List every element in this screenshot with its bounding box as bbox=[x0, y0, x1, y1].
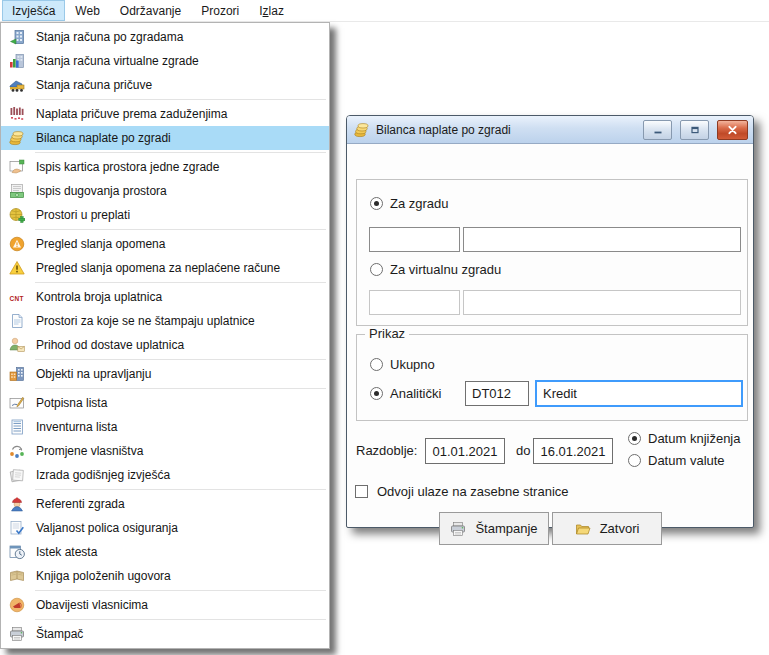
menu-item-label: Obavijesti vlasnicima bbox=[36, 598, 148, 612]
datum-valute-radio[interactable] bbox=[628, 454, 641, 467]
minimize-button[interactable] bbox=[643, 120, 672, 140]
menu-item[interactable]: Stanja računa pričuve bbox=[1, 73, 329, 97]
menu-item-label: Inventurna lista bbox=[36, 420, 117, 434]
datum-valute-label: Datum valute bbox=[648, 453, 725, 468]
coins-icon bbox=[354, 122, 370, 138]
signature-icon bbox=[9, 395, 25, 411]
menubar-item-odravanje[interactable]: Održavanje bbox=[110, 0, 191, 21]
menu-item-label: Ispis dugovanja prostora bbox=[36, 184, 167, 198]
menubar: IzvješćaWebOdržavanjeProzoriIzlaz bbox=[0, 0, 769, 22]
za-zgradu-radio[interactable] bbox=[370, 197, 383, 210]
close-dialog-button[interactable]: Zatvori bbox=[552, 512, 662, 545]
menu-item[interactable]: Objekti na upravljanju bbox=[1, 362, 329, 386]
menubar-item-izvjea[interactable]: Izvješća bbox=[2, 0, 65, 21]
virtual-code-field[interactable] bbox=[369, 290, 460, 315]
separate-pages-checkbox[interactable] bbox=[355, 485, 368, 498]
menubar-item-web[interactable]: Web bbox=[65, 0, 109, 21]
menu-item-label: Izrada godišnjeg izvješća bbox=[36, 468, 170, 482]
menu-separator bbox=[35, 229, 326, 230]
menu-item-label: Prihod od dostave uplatnica bbox=[36, 338, 184, 352]
menu-item[interactable]: Prihod od dostave uplatnica bbox=[1, 333, 329, 357]
menu-item[interactable]: Bilanca naplate po zgradi bbox=[1, 126, 329, 150]
building-name-field[interactable] bbox=[463, 227, 741, 252]
account-name-field[interactable]: Kredit bbox=[535, 380, 743, 407]
menu-item-label: Istek atesta bbox=[36, 545, 97, 559]
menu-separator bbox=[35, 282, 326, 283]
warning-triangle-icon bbox=[9, 260, 25, 276]
building-code-field[interactable] bbox=[369, 227, 460, 252]
menu-separator bbox=[35, 152, 326, 153]
folder-open-icon bbox=[575, 521, 591, 537]
menu-item-label: Ispis kartica prostora jedne zgrade bbox=[36, 160, 219, 174]
menu-item[interactable]: Inventurna lista bbox=[1, 415, 329, 439]
period-from-field[interactable]: 01.01.2021 bbox=[425, 438, 505, 464]
papers-icon bbox=[9, 467, 25, 483]
menubar-item-prozori[interactable]: Prozori bbox=[191, 0, 249, 21]
menu-item[interactable]: Istek atesta bbox=[1, 540, 329, 564]
menu-item[interactable]: Potpisna lista bbox=[1, 391, 329, 415]
analiticki-label: Analitički bbox=[390, 386, 441, 401]
account-code-field[interactable]: DT012 bbox=[465, 381, 529, 406]
menu-item[interactable]: Pregled slanja opomena bbox=[1, 232, 329, 256]
menu-item[interactable]: CNTKontrola broja uplatnica bbox=[1, 285, 329, 309]
za-virtualnu-zgradu-radio[interactable] bbox=[370, 263, 383, 276]
menu-item[interactable]: Valjanost polica osiguranja bbox=[1, 516, 329, 540]
menu-separator bbox=[35, 99, 326, 100]
printer-icon bbox=[450, 521, 466, 537]
buildings-icon bbox=[9, 366, 25, 382]
menu-item-label: Prostori za koje se ne štampaju uplatnic… bbox=[36, 314, 255, 328]
menu-item-label: Objekti na upravljanju bbox=[36, 367, 151, 381]
inventory-icon bbox=[9, 419, 25, 435]
menu-item-label: Referenti zgrada bbox=[36, 497, 125, 511]
period-to-field[interactable]: 16.01.2021 bbox=[533, 438, 613, 464]
menubar-item-izlaz[interactable]: Izlaz bbox=[249, 0, 294, 21]
menu-item[interactable]: Izrada godišnjeg izvješća bbox=[1, 463, 329, 487]
menu-item[interactable]: Prostori za koje se ne štampaju uplatnic… bbox=[1, 309, 329, 333]
coins-icon bbox=[9, 130, 25, 146]
dialog-titlebar: Bilanca naplate po zgradi bbox=[347, 116, 753, 144]
menu-item[interactable]: Stanja računa po zgradama bbox=[1, 25, 329, 49]
menu-item[interactable]: Naplata pričuve prema zaduženjima bbox=[1, 102, 329, 126]
menu-separator bbox=[35, 489, 326, 490]
za-zgradu-label: Za zgradu bbox=[390, 196, 449, 211]
menu-item[interactable]: Stanja računa virtualne zgrade bbox=[1, 49, 329, 73]
ukupno-radio[interactable] bbox=[370, 358, 383, 371]
menu-item-label: Stanja računa pričuve bbox=[36, 78, 152, 92]
datum-knjizenja-radio[interactable] bbox=[628, 432, 641, 445]
virtual-name-field[interactable] bbox=[463, 290, 741, 315]
document-icon bbox=[9, 313, 25, 329]
menu-item-label: Promjene vlasništva bbox=[36, 444, 143, 458]
menu-item-label: Kontrola broja uplatnica bbox=[36, 290, 162, 304]
menu-item[interactable]: Referenti zgrada bbox=[1, 492, 329, 516]
truck-icon bbox=[9, 77, 25, 93]
menu-item[interactable]: Knjiga položenih ugovora bbox=[1, 564, 329, 588]
restore-button[interactable] bbox=[680, 120, 709, 140]
analiticki-radio[interactable] bbox=[370, 387, 383, 400]
warning-circle-icon bbox=[9, 236, 25, 252]
menu-item-label: Stanja računa virtualne zgrade bbox=[36, 54, 199, 68]
do-label: do bbox=[516, 443, 530, 458]
razdoblje-label: Razdoblje: bbox=[356, 443, 417, 458]
menu-item[interactable]: Štampač bbox=[1, 622, 329, 646]
dialog-title: Bilanca naplate po zgradi bbox=[376, 123, 635, 137]
menu-item[interactable]: Ispis kartica prostora jedne zgrade bbox=[1, 155, 329, 179]
print-button[interactable]: Štampanje bbox=[439, 512, 549, 545]
menu-item[interactable]: Ispis dugovanja prostora bbox=[1, 179, 329, 203]
printer-icon bbox=[9, 626, 25, 642]
menu-item[interactable]: Obavijesti vlasnicima bbox=[1, 593, 329, 617]
separate-pages-label: Odvoji ulaze na zasebne stranice bbox=[377, 484, 569, 499]
menu-item-label: Knjiga položenih ugovora bbox=[36, 569, 171, 583]
menu-item[interactable]: Pregled slanja opomena za neplaćene raču… bbox=[1, 256, 329, 280]
menu-item[interactable]: Promjene vlasništva bbox=[1, 439, 329, 463]
za-virtualnu-zgradu-label: Za virtualnu zgradu bbox=[390, 262, 501, 277]
menu-item-label: Bilanca naplate po zgradi bbox=[36, 131, 171, 145]
money-list-icon bbox=[9, 183, 25, 199]
close-button-label: Zatvori bbox=[600, 521, 640, 536]
cycle-icon bbox=[9, 443, 25, 459]
menu-item[interactable]: Prostori u preplati bbox=[1, 203, 329, 227]
globe-plus-icon bbox=[9, 207, 25, 223]
menu-item-label: Valjanost polica osiguranja bbox=[36, 521, 178, 535]
prikaz-caption: Prikaz bbox=[365, 327, 409, 341]
menu-separator bbox=[35, 388, 326, 389]
close-button[interactable] bbox=[717, 120, 748, 140]
